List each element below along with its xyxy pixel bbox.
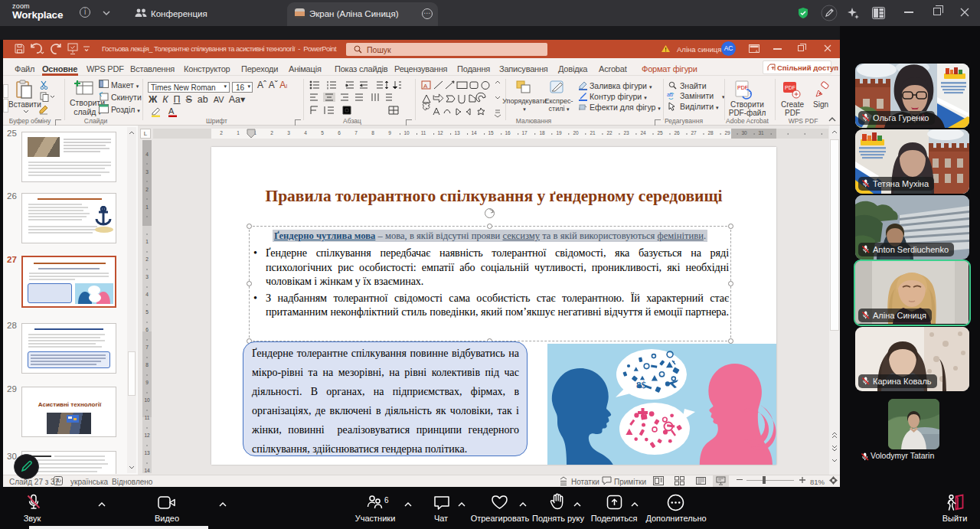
svg-text:PDF: PDF	[737, 85, 748, 90]
svg-text:A: A	[423, 83, 428, 90]
svg-text:A: A	[168, 106, 175, 116]
svg-text:PDF: PDF	[785, 85, 795, 90]
svg-text:8$: 8$	[636, 379, 647, 390]
